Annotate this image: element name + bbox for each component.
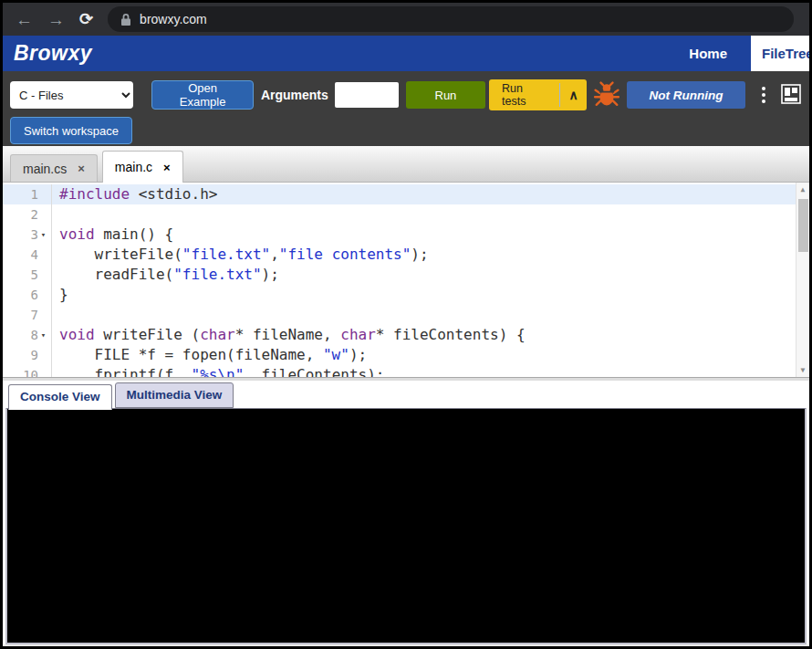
scrollbar-thumb[interactable] <box>798 199 808 252</box>
line-gutter: 7 <box>3 305 52 325</box>
run-tests-label[interactable]: Run tests <box>489 82 559 108</box>
console-tab-multimedia-view[interactable]: Multimedia View <box>115 382 234 408</box>
bottom-strip <box>3 644 809 646</box>
token-plain: readFile( <box>59 266 173 283</box>
token-plain: * fileName, <box>235 326 341 343</box>
token-str: "file.txt" <box>173 266 261 283</box>
token-plain: FILE *f = fopen(fileName, <box>59 346 323 363</box>
token-plain: , fileContents); <box>244 366 384 377</box>
url-text: browxy.com <box>140 12 207 26</box>
code-line-10[interactable]: 10 fprintf(f, "%s\n", fileContents); <box>3 365 809 377</box>
scroll-up-icon[interactable]: ▲ <box>796 185 809 194</box>
token-plain: fprintf(f, <box>59 366 192 377</box>
file-tab-label: main.c <box>115 160 152 174</box>
line-gutter: 8▾ <box>3 325 52 345</box>
token-kw: void <box>59 326 95 343</box>
close-icon[interactable]: × <box>163 162 171 173</box>
line-gutter: 10 <box>3 365 52 377</box>
forward-icon[interactable]: → <box>47 11 65 28</box>
token-plain: writeFile( <box>59 246 182 263</box>
screenshot-frame: ← → ⟳ browxy.com Browxy Home FileTree C … <box>0 0 812 649</box>
code-text: #include <stdio.h> <box>52 184 217 204</box>
code-editor[interactable]: 1#include <stdio.h>23▾void main() {4 wri… <box>3 183 809 377</box>
code-line-9[interactable]: 9 FILE *f = fopen(fileName, "w"); <box>3 345 809 365</box>
close-icon[interactable]: × <box>78 162 85 174</box>
scroll-down-icon[interactable]: ▼ <box>796 366 809 374</box>
toolbar-row-1: C - Files Open Example Arguments Run Run… <box>10 78 802 112</box>
token-plain: ); <box>411 246 428 263</box>
debug-bug-button[interactable] <box>594 81 619 110</box>
code-text: FILE *f = fopen(fileName, "w"); <box>52 345 367 365</box>
file-tab-label: main.cs <box>23 162 67 176</box>
toolbar-row-2: Switch workspace <box>10 117 802 144</box>
editor-scrollbar[interactable]: ▲ ▼ <box>796 183 809 377</box>
layout-toggle-button[interactable] <box>780 83 802 108</box>
code-text: } <box>52 285 68 305</box>
status-badge[interactable]: Not Running <box>627 81 745 109</box>
line-gutter: 5 <box>3 265 52 285</box>
nav-filetree[interactable]: FileTree <box>751 36 809 71</box>
run-button[interactable]: Run <box>406 81 485 109</box>
line-gutter: 6 <box>3 285 52 305</box>
line-number: 1 <box>31 184 38 204</box>
run-tests-button[interactable]: Run tests ∧ <box>489 79 587 110</box>
address-bar[interactable]: browxy.com <box>108 6 794 32</box>
fold-icon[interactable]: ▾ <box>38 325 48 345</box>
token-plain: <stdio.h> <box>130 185 217 203</box>
token-str: "file contents" <box>279 246 411 263</box>
token-plain: ); <box>349 346 367 363</box>
code-line-4[interactable]: 4 writeFile("file.txt","file contents"); <box>3 245 809 265</box>
token-plain: main() { <box>95 225 174 243</box>
line-number: 6 <box>31 285 38 305</box>
code-text: fprintf(f, "%s\n", fileContents); <box>52 365 384 377</box>
line-number: 9 <box>31 345 38 365</box>
token-kw: #include <box>59 185 130 203</box>
token-kw: char <box>340 326 376 343</box>
nav-home[interactable]: Home <box>689 46 727 61</box>
console-tab-console-view[interactable]: Console View <box>8 384 112 410</box>
token-plain: writeFile ( <box>95 326 201 343</box>
code-text <box>52 305 59 325</box>
code-line-6[interactable]: 6} <box>3 285 809 305</box>
line-gutter: 4 <box>3 245 52 265</box>
layout-grid-icon <box>780 83 802 108</box>
token-plain: * fileContents) { <box>376 326 526 343</box>
code-line-1[interactable]: 1#include <stdio.h> <box>3 184 809 204</box>
arguments-input[interactable] <box>335 82 399 108</box>
file-type-select[interactable]: C - Files <box>10 81 133 109</box>
brand-logo: Browxy <box>14 41 92 66</box>
chevron-up-icon[interactable]: ∧ <box>560 88 587 102</box>
line-number: 5 <box>31 265 38 285</box>
token-plain: , <box>270 246 279 263</box>
file-tab-main.c[interactable]: main.c× <box>102 151 183 183</box>
code-area: 1#include <stdio.h>23▾void main() {4 wri… <box>3 184 809 377</box>
fold-icon[interactable]: ▾ <box>38 225 48 245</box>
console-output[interactable] <box>5 408 807 644</box>
code-line-3[interactable]: 3▾void main() { <box>3 225 809 245</box>
line-number: 10 <box>23 365 38 377</box>
app-header: Browxy Home FileTree <box>3 36 809 71</box>
code-line-5[interactable]: 5 readFile("file.txt"); <box>3 265 809 285</box>
line-gutter: 3▾ <box>3 225 52 245</box>
back-icon[interactable]: ← <box>16 11 33 28</box>
token-str: "w" <box>323 346 349 363</box>
token-str: "%s\n" <box>192 366 245 377</box>
arguments-label: Arguments <box>261 88 328 102</box>
open-example-button[interactable]: Open Example <box>151 80 254 110</box>
code-line-7[interactable]: 7 <box>3 305 809 325</box>
code-line-8[interactable]: 8▾void writeFile (char* fileName, char* … <box>3 325 809 345</box>
file-tab-bar: main.cs×main.c× <box>3 146 809 183</box>
refresh-icon[interactable]: ⟳ <box>79 11 93 27</box>
line-number: 4 <box>31 245 38 265</box>
code-text: void writeFile (char* fileName, char* fi… <box>52 325 526 345</box>
kebab-menu-icon[interactable] <box>756 83 771 107</box>
line-gutter: 9 <box>3 345 52 365</box>
code-line-2[interactable]: 2 <box>3 204 809 225</box>
browser-toolbar: ← → ⟳ browxy.com <box>3 3 809 36</box>
line-gutter: 2 <box>3 204 52 225</box>
bug-icon <box>594 81 619 110</box>
switch-workspace-button[interactable]: Switch workspace <box>10 117 132 144</box>
code-text: readFile("file.txt"); <box>52 265 279 285</box>
file-tab-main.cs[interactable]: main.cs× <box>10 154 98 182</box>
line-number: 8 <box>31 325 38 345</box>
